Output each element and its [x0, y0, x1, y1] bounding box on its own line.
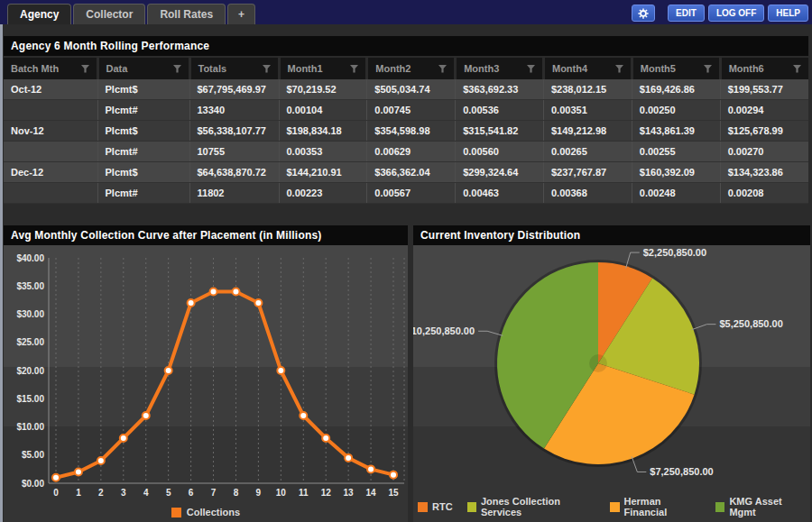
- table-cell: $354,598.98: [367, 121, 456, 142]
- table-cell: $505,034.74: [367, 79, 456, 100]
- data-point[interactable]: [165, 367, 172, 374]
- edit-button[interactable]: EDIT: [668, 5, 705, 22]
- table-cell: 0.00223: [279, 183, 367, 204]
- legend-swatch: [610, 502, 619, 512]
- filter-icon[interactable]: [438, 65, 448, 73]
- tab-collector[interactable]: Collector: [73, 4, 145, 24]
- column-header[interactable]: Month3: [456, 58, 544, 79]
- table-row[interactable]: Oct-12Plcmt$$67,795,469.97$70,219.52$505…: [4, 79, 808, 100]
- slice-label: $7,250,850.00: [650, 466, 713, 477]
- y-axis-label: $10.00: [16, 422, 44, 432]
- table-cell: $70,219.52: [279, 79, 367, 100]
- table-cell: $143,861.39: [632, 121, 720, 142]
- tab-add[interactable]: +: [227, 4, 255, 24]
- data-point[interactable]: [254, 299, 262, 307]
- log-off-button[interactable]: LOG OFF: [708, 5, 764, 22]
- filter-icon[interactable]: [615, 65, 624, 73]
- column-header[interactable]: Month6: [720, 58, 808, 79]
- table-row[interactable]: Nov-12Plcmt$$56,338,107.77$198,834.18$35…: [4, 121, 808, 142]
- table-row[interactable]: Plcmt#118020.002230.005670.004630.003680…: [4, 183, 808, 204]
- table-cell: $366,362.04: [367, 162, 456, 183]
- table-cell: 0.00629: [367, 142, 456, 162]
- table-row[interactable]: Plcmt#133400.001040.007450.005360.003510…: [4, 100, 808, 121]
- filter-icon[interactable]: [527, 65, 536, 73]
- data-point[interactable]: [390, 472, 397, 479]
- data-point[interactable]: [277, 367, 284, 374]
- collection-curve-chart: $0.00$5.00$10.00$15.00$20.00$25.00$30.00…: [4, 245, 408, 522]
- filter-icon[interactable]: [263, 65, 272, 73]
- legend-label: KMG Asset Mgmt: [729, 496, 806, 517]
- table-cell: 0.00560: [456, 142, 544, 162]
- gear-icon: [638, 8, 649, 19]
- data-point[interactable]: [120, 435, 127, 442]
- x-axis-label: 1: [76, 488, 81, 498]
- table-cell: 0.00208: [720, 183, 808, 204]
- x-axis-label: 4: [143, 488, 149, 498]
- legend-swatch: [715, 502, 724, 512]
- table-cell: [4, 100, 97, 121]
- legend-item[interactable]: KMG Asset Mgmt: [715, 496, 806, 517]
- filter-icon[interactable]: [793, 65, 802, 73]
- collections-swatch: [171, 508, 181, 517]
- table-cell: $315,541.82: [456, 121, 544, 142]
- data-point[interactable]: [75, 469, 82, 476]
- x-axis-label: 8: [234, 488, 239, 498]
- settings-button[interactable]: [632, 5, 655, 22]
- table-cell: 11802: [189, 183, 279, 204]
- legend-label: Jones Collection Services: [481, 496, 595, 517]
- data-point[interactable]: [300, 412, 307, 419]
- tab-roll-rates[interactable]: Roll Rates: [147, 4, 226, 24]
- x-axis-label: 13: [344, 488, 355, 498]
- table-row[interactable]: Dec-12Plcmt$$64,638,870.72$144,210.91$36…: [4, 162, 808, 183]
- column-header-label: Month2: [375, 63, 411, 74]
- column-header[interactable]: Month4: [543, 58, 632, 79]
- line-chart-svg: $0.00$5.00$10.00$15.00$20.00$25.00$30.00…: [4, 245, 408, 522]
- table-cell: $64,638,870.72: [189, 162, 279, 183]
- y-axis-label: $25.00: [16, 337, 44, 347]
- column-header-label: Month4: [552, 63, 587, 74]
- data-point[interactable]: [322, 435, 329, 442]
- column-header[interactable]: Month1: [279, 58, 367, 79]
- data-point[interactable]: [367, 465, 374, 472]
- data-point[interactable]: [210, 288, 217, 296]
- inventory-title: Current Inventory Distribution: [413, 225, 810, 245]
- data-point[interactable]: [97, 457, 105, 464]
- data-point[interactable]: [143, 412, 150, 419]
- data-point[interactable]: [52, 474, 60, 481]
- y-axis-label: $40.00: [16, 253, 44, 263]
- inventory-panel: Current Inventory Distribution $2,250,85…: [413, 225, 810, 522]
- performance-table-body: Oct-12Plcmt$$67,795,469.97$70,219.52$505…: [4, 79, 808, 204]
- column-header[interactable]: Batch Mth: [4, 58, 97, 79]
- legend-item[interactable]: Herman Financial: [610, 496, 701, 517]
- legend-swatch: [418, 502, 428, 512]
- column-header[interactable]: Totals: [189, 58, 279, 79]
- y-axis-label: $0.00: [22, 479, 44, 489]
- data-point[interactable]: [345, 454, 352, 462]
- x-axis-label: 9: [256, 488, 262, 498]
- table-cell: $238,012.15: [543, 79, 632, 100]
- tab-agency[interactable]: Agency: [7, 4, 71, 24]
- column-header[interactable]: Month2: [367, 58, 456, 79]
- x-axis-label: 5: [166, 488, 171, 498]
- data-point[interactable]: [232, 288, 239, 296]
- column-header[interactable]: Data: [97, 58, 189, 79]
- filter-icon[interactable]: [173, 65, 182, 73]
- legend-label: Herman Financial: [624, 496, 702, 517]
- filter-icon[interactable]: [704, 65, 713, 73]
- table-cell: Plcmt$: [97, 79, 189, 100]
- help-button[interactable]: HELP: [768, 5, 808, 22]
- y-axis-label: $20.00: [16, 366, 44, 376]
- x-axis-label: 14: [366, 488, 377, 498]
- filter-icon[interactable]: [350, 65, 359, 73]
- filter-icon[interactable]: [81, 65, 90, 73]
- collections-legend-label: Collections: [187, 507, 240, 517]
- column-header[interactable]: Month5: [632, 58, 720, 79]
- legend-item[interactable]: Jones Collection Services: [467, 496, 596, 517]
- data-point[interactable]: [188, 299, 195, 307]
- table-cell: 0.00353: [279, 142, 367, 162]
- table-cell: Nov-12: [4, 121, 97, 142]
- legend-item[interactable]: RTC: [418, 501, 453, 512]
- line-legend: Collections: [4, 507, 408, 517]
- table-cell: 0.00294: [720, 100, 808, 121]
- table-row[interactable]: Plcmt#107550.003530.006290.005600.002650…: [4, 142, 808, 162]
